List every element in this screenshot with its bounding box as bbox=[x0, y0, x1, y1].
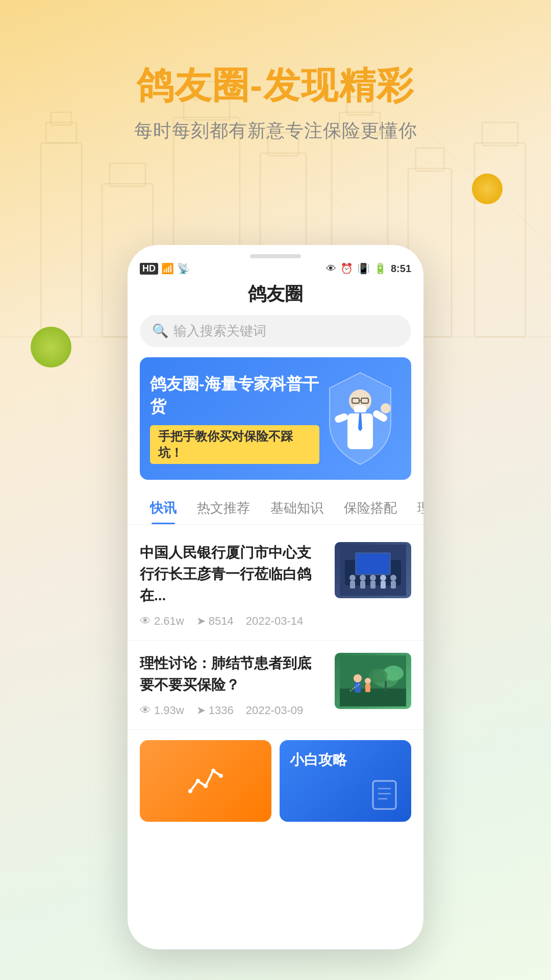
tab-basics[interactable]: 基础知识 bbox=[260, 492, 334, 524]
search-placeholder: 输入搜索关键词 bbox=[173, 322, 266, 340]
svg-point-54 bbox=[188, 789, 192, 793]
search-bar[interactable]: 🔍 输入搜索关键词 bbox=[140, 315, 411, 347]
svg-point-50 bbox=[354, 674, 362, 682]
news-meta-1: 👁 2.61w ➤ 8514 2022-03-14 bbox=[140, 615, 324, 628]
header-subtitle: 每时每刻都有新意专注保险更懂你 bbox=[0, 118, 551, 143]
banner-subtitle: 手把手教你买对保险不踩坑！ bbox=[150, 425, 319, 464]
banner-text-area: 鸽友圈-海量专家科普干货 手把手教你买对保险不踩坑！ bbox=[150, 373, 319, 464]
status-left: HD 📶 📡 bbox=[140, 262, 190, 275]
header-section: 鸽友圈-发现精彩 每时每刻都有新意专注保险更懂你 bbox=[0, 61, 551, 143]
svg-rect-41 bbox=[381, 581, 386, 589]
svg-point-58 bbox=[219, 774, 223, 778]
svg-point-40 bbox=[380, 575, 386, 581]
eye-icon-2: 👁 bbox=[140, 704, 151, 717]
status-right: 👁 ⏰ 📳 🔋 8:51 bbox=[326, 262, 411, 275]
news-thumb-1 bbox=[335, 542, 411, 598]
news-shares-1: ➤ 8514 bbox=[196, 615, 234, 628]
svg-rect-4 bbox=[110, 163, 145, 186]
vibrate-icon: 📳 bbox=[357, 262, 370, 275]
banner-image bbox=[319, 368, 401, 470]
svg-rect-37 bbox=[360, 581, 365, 589]
svg-rect-59 bbox=[373, 781, 396, 809]
news-thumb-2 bbox=[335, 653, 411, 709]
svg-rect-53 bbox=[365, 684, 370, 692]
status-bar: HD 📶 📡 👁 ⏰ 📳 🔋 8:51 bbox=[128, 258, 423, 277]
time-display: 8:51 bbox=[391, 263, 411, 275]
thumb-image-2 bbox=[335, 653, 411, 709]
eye-icon-1: 👁 bbox=[140, 615, 151, 628]
share-icon-1: ➤ bbox=[196, 615, 206, 628]
phone-speaker bbox=[250, 254, 301, 258]
svg-rect-24 bbox=[354, 405, 366, 412]
eye-status-icon: 👁 bbox=[326, 263, 336, 275]
news-views-2: 👁 1.93w bbox=[140, 704, 184, 717]
alarm-icon: ⏰ bbox=[340, 262, 353, 275]
book-icon bbox=[368, 778, 404, 814]
phone-mockup: HD 📶 📡 👁 ⏰ 📳 🔋 8:51 鸽友圈 🔍 输入搜索关键词 鸽友圈-海量… bbox=[128, 245, 423, 949]
svg-point-36 bbox=[360, 575, 366, 581]
hd-badge: HD bbox=[140, 263, 158, 275]
app-title: 鸽友圈 bbox=[128, 277, 423, 315]
thumb-svg-1 bbox=[340, 545, 406, 596]
svg-rect-45 bbox=[340, 689, 406, 706]
thumb-image-1 bbox=[335, 542, 411, 598]
search-icon: 🔍 bbox=[152, 323, 168, 339]
news-list: 中国人民银行厦门市中心支行行长王彦青一行莅临白鸽在... 👁 2.61w ➤ 8… bbox=[128, 530, 423, 822]
svg-rect-33 bbox=[357, 554, 389, 574]
news-shares-2: ➤ 1336 bbox=[196, 704, 234, 717]
thumb-svg-2 bbox=[340, 655, 406, 706]
tabs-bar: 快讯 热文推荐 基础知识 保险搭配 理赔相 bbox=[128, 492, 423, 525]
tab-kuaixun[interactable]: 快讯 bbox=[140, 492, 187, 524]
banner-title: 鸽友圈-海量专家科普干货 bbox=[150, 373, 319, 418]
banner[interactable]: 鸽友圈-海量专家科普干货 手把手教你买对保险不踩坑！ bbox=[140, 357, 411, 480]
tab-insurance-match[interactable]: 保险搭配 bbox=[334, 492, 407, 524]
bottom-card-orange[interactable] bbox=[140, 740, 271, 822]
news-content-1: 中国人民银行厦门市中心支行行长王彦青一行莅临白鸽在... 👁 2.61w ➤ 8… bbox=[140, 542, 324, 628]
banner-character bbox=[324, 368, 396, 470]
svg-point-48 bbox=[369, 669, 387, 683]
svg-rect-39 bbox=[370, 581, 375, 589]
news-title-1: 中国人民银行厦门市中心支行行长王彦青一行莅临白鸽在... bbox=[140, 542, 324, 606]
share-icon-2: ➤ bbox=[196, 704, 206, 717]
news-item-2[interactable]: 理性讨论：肺结节患者到底要不要买保险？ 👁 1.93w ➤ 1336 2022-… bbox=[128, 641, 423, 730]
svg-point-56 bbox=[204, 784, 208, 788]
svg-point-29 bbox=[381, 403, 391, 413]
chart-icon bbox=[185, 761, 226, 801]
svg-point-57 bbox=[211, 769, 215, 773]
news-views-1: 👁 2.61w bbox=[140, 615, 184, 628]
svg-rect-14 bbox=[416, 148, 444, 171]
news-date-1: 2022-03-14 bbox=[246, 615, 304, 628]
battery-icon: 🔋 bbox=[374, 262, 387, 275]
news-content-2: 理性讨论：肺结节患者到底要不要买保险？ 👁 1.93w ➤ 1336 2022-… bbox=[140, 653, 324, 717]
bottom-card-blue[interactable]: 小白攻略 bbox=[280, 740, 411, 822]
svg-rect-49 bbox=[385, 681, 387, 691]
tab-claims[interactable]: 理赔相 bbox=[407, 492, 423, 524]
svg-rect-43 bbox=[391, 581, 396, 589]
news-item-1[interactable]: 中国人民银行厦门市中心支行行长王彦青一行莅临白鸽在... 👁 2.61w ➤ 8… bbox=[128, 530, 423, 641]
signal-icon: 📶 bbox=[161, 262, 174, 275]
card-label-blue: 小白攻略 bbox=[290, 750, 347, 770]
tab-hotarticle[interactable]: 热文推荐 bbox=[187, 492, 260, 524]
deco-circle-yellow bbox=[472, 174, 503, 204]
svg-rect-35 bbox=[350, 581, 355, 589]
svg-point-34 bbox=[349, 575, 356, 581]
news-title-2: 理性讨论：肺结节患者到底要不要买保险？ bbox=[140, 653, 324, 696]
header-title: 鸽友圈-发现精彩 bbox=[0, 61, 551, 110]
svg-rect-15 bbox=[474, 143, 525, 337]
svg-point-38 bbox=[370, 575, 376, 581]
news-date-2: 2022-03-09 bbox=[246, 704, 304, 717]
svg-rect-0 bbox=[41, 143, 82, 337]
news-meta-2: 👁 1.93w ➤ 1336 2022-03-09 bbox=[140, 704, 324, 717]
deco-circle-green bbox=[31, 327, 71, 368]
wifi-icon: 📡 bbox=[177, 262, 190, 275]
svg-point-55 bbox=[196, 779, 200, 783]
bottom-cards-row: 小白攻略 bbox=[128, 730, 423, 822]
svg-point-52 bbox=[365, 678, 371, 684]
svg-point-42 bbox=[390, 575, 396, 581]
